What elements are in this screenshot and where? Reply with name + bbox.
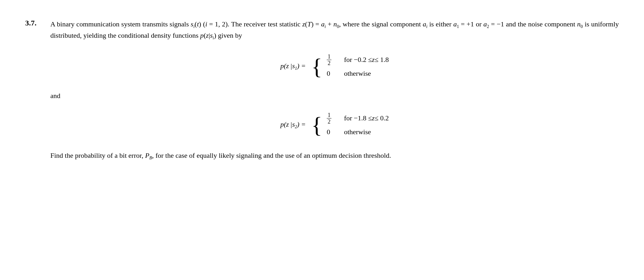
and-text: and bbox=[50, 92, 619, 100]
eq1-val2: 0 bbox=[327, 68, 331, 79]
eq2-brace-system: { 1 2 0 for −1.8 ≤ z ≤ 0.2 bbox=[311, 113, 389, 138]
eq1-cond1: for −0.2 ≤ z ≤ 1.8 bbox=[344, 54, 389, 65]
problem-body: A binary communication system transmits … bbox=[50, 19, 619, 162]
equation-1-block: p(z |s1) = { 1 2 0 bbox=[50, 54, 619, 79]
eq1-val1: 1 2 bbox=[327, 54, 331, 65]
equation-2-inner: p(z |s2) = { 1 2 0 bbox=[280, 113, 389, 138]
problem-container: 3.7. A binary communication system trans… bbox=[25, 19, 619, 162]
eq2-val1: 1 2 bbox=[327, 113, 331, 124]
eq2-brace: { bbox=[311, 114, 322, 136]
equation-1-inner: p(z |s1) = { 1 2 0 bbox=[280, 54, 389, 79]
fraction-half-2: 1 2 bbox=[327, 112, 331, 124]
eq1-brace: { bbox=[311, 55, 322, 78]
eq2-cond2: otherwise bbox=[344, 126, 389, 138]
eq2-cond1: for −1.8 ≤ z ≤ 0.2 bbox=[344, 113, 389, 124]
problem-intro: A binary communication system transmits … bbox=[50, 19, 619, 41]
find-text: Find the probability of a bit error, PB,… bbox=[50, 150, 619, 162]
eq1-values: 1 2 0 bbox=[327, 54, 331, 79]
problem-header: 3.7. A binary communication system trans… bbox=[25, 19, 619, 162]
equation-2-block: p(z |s2) = { 1 2 0 bbox=[50, 113, 619, 138]
eq1-cond2: otherwise bbox=[344, 68, 389, 79]
intro-text: A binary communication system transmits … bbox=[50, 20, 619, 39]
eq2-values: 1 2 0 bbox=[327, 113, 331, 138]
find-intro: Find the probability of a bit error, PB,… bbox=[50, 151, 391, 159]
eq2-val2: 0 bbox=[327, 126, 331, 138]
problem-number: 3.7. bbox=[25, 19, 50, 27]
fraction-half-1: 1 2 bbox=[327, 54, 331, 66]
eq2-lhs: p(z |s2) = bbox=[280, 120, 306, 129]
eq1-conditions: for −0.2 ≤ z ≤ 1.8 otherwise bbox=[344, 54, 389, 79]
eq1-lhs: p(z |s1) = bbox=[280, 62, 306, 71]
eq2-conditions: for −1.8 ≤ z ≤ 0.2 otherwise bbox=[344, 113, 389, 138]
eq1-brace-system: { 1 2 0 for −0.2 ≤ z ≤ 1.8 bbox=[311, 54, 389, 79]
